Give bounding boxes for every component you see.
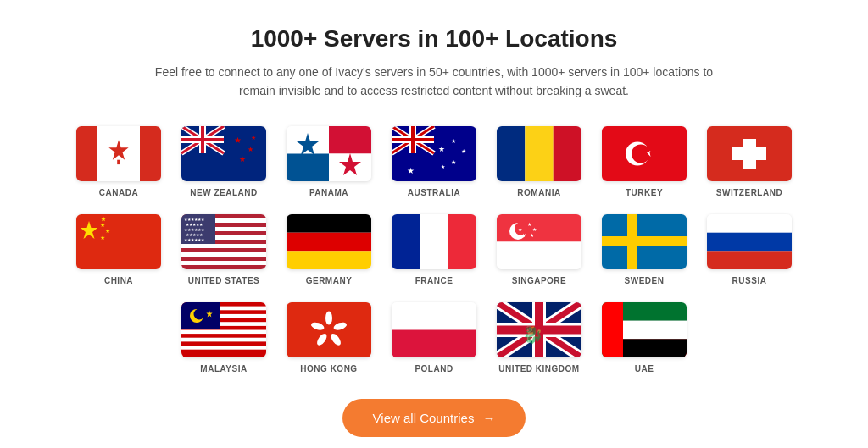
flag-label-poland: POLAND <box>415 364 453 373</box>
svg-text:★: ★ <box>100 235 105 241</box>
svg-rect-32 <box>392 138 434 141</box>
view-btn-arrow: → <box>482 411 495 425</box>
flags-row-3: MALAYSIA HONG KONG <box>181 302 687 373</box>
flag-item-panama[interactable]: PANAMA <box>287 126 371 197</box>
flags-row-2: ★ ★ ★ CHINA <box>76 214 792 285</box>
svg-text:★: ★ <box>527 222 531 227</box>
svg-rect-1 <box>76 126 97 181</box>
svg-text:★: ★ <box>234 136 242 145</box>
flag-label-australia: AUSTRALIA <box>408 188 460 197</box>
svg-rect-48 <box>732 147 766 160</box>
svg-text:★: ★ <box>461 148 466 154</box>
flag-label-new-zealand: NEW ZEALAND <box>190 188 257 197</box>
svg-text:★: ★ <box>251 135 256 141</box>
flag-item-sweden[interactable]: SWEDEN <box>602 214 687 285</box>
svg-rect-3 <box>117 159 120 163</box>
svg-text:★: ★ <box>451 159 456 165</box>
flag-item-switzerland[interactable]: SWITZERLAND <box>707 126 792 197</box>
flag-item-germany[interactable]: GERMANY <box>287 214 371 285</box>
flag-item-australia[interactable]: ★ ★ ★ ★ ★ ★ AUSTRALIA <box>392 126 476 197</box>
svg-rect-95 <box>181 334 266 338</box>
svg-rect-109 <box>392 329 476 357</box>
svg-text:🐉: 🐉 <box>522 324 543 345</box>
svg-text:★: ★ <box>441 164 445 169</box>
flag-item-united-kingdom[interactable]: 🐉 UNITED KINGDOM <box>497 302 581 373</box>
flag-item-china[interactable]: ★ ★ ★ CHINA <box>76 214 161 285</box>
svg-rect-87 <box>707 214 792 233</box>
flag-label-united-kingdom: UNITED KINGDOM <box>498 364 579 373</box>
flag-item-turkey[interactable]: TURKEY <box>602 126 687 197</box>
flag-item-hong-kong[interactable]: HONG KONG <box>287 302 371 373</box>
svg-text:★: ★ <box>532 227 537 232</box>
svg-rect-20 <box>287 153 329 181</box>
flags-grid: CANADA <box>53 126 815 373</box>
flag-item-poland[interactable]: POLAND <box>392 302 476 373</box>
svg-rect-69 <box>287 214 371 233</box>
flag-label-canada: CANADA <box>99 188 138 197</box>
flag-label-russia: RUSSIA <box>732 276 767 285</box>
flag-label-romania: ROMANIA <box>517 188 560 197</box>
svg-point-44 <box>632 144 650 163</box>
svg-rect-124 <box>602 302 623 357</box>
svg-rect-13 <box>181 138 224 141</box>
svg-text:★: ★ <box>100 222 105 228</box>
svg-text:★: ★ <box>530 233 534 238</box>
svg-rect-41 <box>554 126 581 181</box>
flag-label-sweden: SWEDEN <box>625 276 665 285</box>
flag-label-malaysia: MALAYSIA <box>200 364 247 373</box>
svg-rect-76 <box>497 241 581 269</box>
flag-item-malaysia[interactable]: MALAYSIA <box>181 302 266 373</box>
svg-point-100 <box>194 308 205 319</box>
flag-item-united-states[interactable]: ★★★★★★ ★★★★★ ★★★★★★ ★★★★★ ★★★★★★ UNITED … <box>181 214 266 285</box>
svg-rect-89 <box>707 251 792 269</box>
svg-rect-102 <box>287 302 371 357</box>
flag-item-singapore[interactable]: ★ ★ ★ ★ ★ SINGAPORE <box>497 214 581 285</box>
svg-rect-70 <box>287 232 371 251</box>
svg-rect-73 <box>420 214 448 269</box>
svg-rect-97 <box>181 349 266 357</box>
flag-item-france[interactable]: FRANCE <box>392 214 476 285</box>
svg-text:★: ★ <box>438 145 445 153</box>
flag-item-uae[interactable]: UAE <box>602 302 687 373</box>
svg-rect-39 <box>497 126 525 181</box>
flag-item-new-zealand[interactable]: ★ ★ ★ ★ NEW ZEALAND <box>181 126 266 197</box>
svg-text:★: ★ <box>105 228 110 234</box>
flag-item-romania[interactable]: ROMANIA <box>497 126 581 197</box>
flag-label-switzerland: SWITZERLAND <box>716 188 782 197</box>
svg-rect-72 <box>392 214 420 269</box>
flag-label-singapore: SINGAPORE <box>512 276 567 285</box>
view-all-countries-button[interactable]: View all Countries → <box>342 399 526 437</box>
flag-label-france: FRANCE <box>415 276 453 285</box>
svg-rect-88 <box>707 232 792 251</box>
svg-rect-96 <box>181 341 266 346</box>
flags-row-1: CANADA <box>76 126 792 197</box>
svg-rect-108 <box>392 302 476 330</box>
flag-label-panama: PANAMA <box>309 188 348 197</box>
svg-text:★: ★ <box>518 227 522 232</box>
svg-rect-74 <box>448 214 476 269</box>
flag-label-germany: GERMANY <box>306 276 353 285</box>
flag-label-uae: UAE <box>635 364 654 373</box>
svg-rect-40 <box>525 126 553 181</box>
svg-text:★★★★★★: ★★★★★★ <box>184 237 205 242</box>
flag-label-united-states: UNITED STATES <box>188 276 259 285</box>
svg-rect-71 <box>287 251 371 269</box>
svg-point-103 <box>326 311 332 324</box>
flag-item-canada[interactable]: CANADA <box>76 126 161 197</box>
svg-rect-62 <box>181 265 266 269</box>
flag-item-russia[interactable]: RUSSIA <box>707 214 792 285</box>
svg-rect-125 <box>623 302 687 321</box>
flag-label-china: CHINA <box>104 276 133 285</box>
svg-text:★: ★ <box>407 166 415 175</box>
svg-rect-61 <box>181 257 266 261</box>
flag-label-hong-kong: HONG KONG <box>300 364 357 373</box>
page-title: 1000+ Servers in 100+ Locations <box>251 25 618 53</box>
svg-text:★: ★ <box>239 155 246 163</box>
svg-rect-19 <box>329 126 371 154</box>
svg-text:★: ★ <box>521 233 526 238</box>
svg-text:★: ★ <box>451 138 456 144</box>
flag-label-turkey: TURKEY <box>626 188 663 197</box>
svg-rect-75 <box>497 214 581 242</box>
page-subtitle: Feel free to connect to any one of Ivacy… <box>137 63 731 101</box>
svg-rect-2 <box>140 126 161 181</box>
